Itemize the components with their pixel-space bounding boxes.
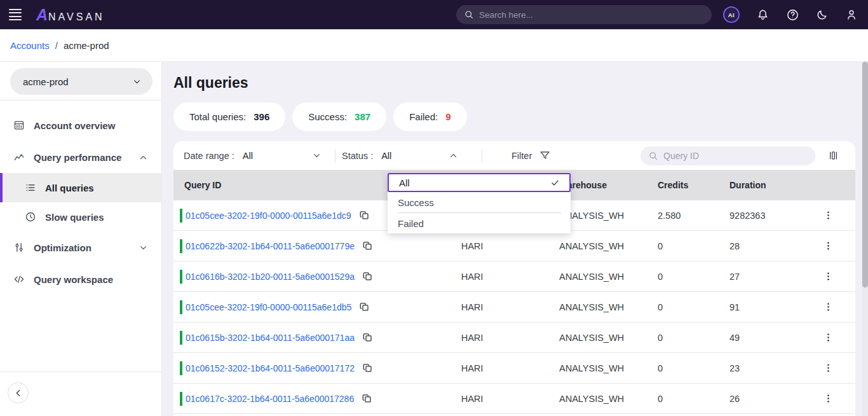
sidebar-item-slow-queries[interactable]: Slow queries xyxy=(0,202,161,232)
global-search-input[interactable] xyxy=(479,10,704,20)
query-id-search[interactable] xyxy=(641,146,815,165)
scrollbar-track[interactable] xyxy=(862,62,868,416)
credits-cell: 0 xyxy=(642,302,715,312)
status-option-label: All xyxy=(399,177,410,188)
chevron-up-icon xyxy=(138,152,149,163)
query-id-search-input[interactable] xyxy=(663,151,808,161)
help-icon[interactable] xyxy=(786,8,799,22)
filter-divider xyxy=(335,149,336,162)
global-search[interactable] xyxy=(456,5,712,24)
ai-assistant-button[interactable]: AI xyxy=(723,6,740,23)
status-option-success[interactable]: Success xyxy=(388,192,571,212)
credits-cell: 0 xyxy=(642,333,715,343)
query-id-link[interactable]: 01c0617c-3202-1b64-0011-5a6e00017286 xyxy=(186,394,354,404)
logo-mark: A xyxy=(36,7,48,23)
profile-icon[interactable] xyxy=(845,8,858,21)
column-settings-icon[interactable] xyxy=(828,150,839,161)
credits-cell: 0 xyxy=(642,241,715,251)
chevron-down-icon xyxy=(311,150,322,161)
copy-icon[interactable] xyxy=(359,210,370,221)
status-filter[interactable]: Status : All xyxy=(342,150,459,161)
sidebar-item-query-workspace[interactable]: Query workspace xyxy=(0,263,161,295)
sidebar-item-all-queries[interactable]: All queries xyxy=(0,173,161,202)
dark-mode-icon[interactable] xyxy=(816,8,829,21)
copy-icon[interactable] xyxy=(359,302,370,312)
stat-label: Failed: xyxy=(409,111,438,122)
status-option-label: Success xyxy=(398,197,434,208)
query-id-link[interactable]: 01c0615b-3202-1b64-0011-5a6e000171aa xyxy=(186,333,355,343)
kebab-menu-icon[interactable] xyxy=(820,299,836,315)
stat-value: 9 xyxy=(445,111,451,122)
status-success-bar xyxy=(180,392,182,406)
status-option-failed[interactable]: Failed xyxy=(388,213,571,233)
table-row: 01c06152-3202-1b64-0011-5a6e00017172HARI… xyxy=(173,353,855,384)
status-option-label: Failed xyxy=(398,218,424,229)
query-id-cell: 01c06152-3202-1b64-0011-5a6e00017172 xyxy=(173,361,402,375)
notifications-icon[interactable] xyxy=(756,8,770,22)
app-root: A NAVSAN AI Accounts / acme-prod acme-pr… xyxy=(0,0,868,416)
query-id-cell: 01c05cee-3202-19f0-0000-00115a6e1db5 xyxy=(173,300,402,314)
topbar-icons: AI xyxy=(723,0,858,29)
list-icon xyxy=(25,182,36,193)
date-range-value: All xyxy=(243,151,253,161)
breadcrumb-separator: / xyxy=(55,40,58,51)
stat-label: Success: xyxy=(308,111,347,122)
filter-button[interactable]: Filter xyxy=(512,149,551,162)
status-success-bar xyxy=(180,300,182,314)
status-value: All xyxy=(381,151,391,161)
date-range-label: Date range : xyxy=(184,151,234,161)
query-id-link[interactable]: 01c06152-3202-1b64-0011-5a6e00017172 xyxy=(186,363,355,373)
stats-row: Total queries:396Success:387Failed:9 xyxy=(173,102,868,131)
sidebar-collapse-button[interactable] xyxy=(8,382,29,403)
sidebar-divider xyxy=(0,100,161,101)
date-range-filter[interactable]: Date range : All xyxy=(184,150,322,161)
kebab-menu-icon[interactable] xyxy=(820,207,836,223)
sidebar-item-account-overview[interactable]: Account overview xyxy=(0,109,161,141)
status-success-bar xyxy=(180,209,182,223)
user-cell: HARI xyxy=(402,302,542,312)
copy-icon[interactable] xyxy=(362,271,373,282)
actions-cell xyxy=(801,360,855,376)
status-success-bar xyxy=(180,270,182,284)
query-id-link[interactable]: 01c05cee-3202-19f0-0000-00115a6e1dc9 xyxy=(186,211,351,221)
copy-icon[interactable] xyxy=(362,332,373,343)
main-content: All queries Total queries:396Success:387… xyxy=(162,62,868,416)
sidebar-item-query-performance[interactable]: Query performance xyxy=(0,141,161,173)
chevron-down-icon xyxy=(138,242,149,253)
filter-label: Filter xyxy=(512,151,532,161)
table-row: 01c0617c-3202-1b64-0011-5a6e00017286HARI… xyxy=(173,384,855,414)
copy-icon[interactable] xyxy=(362,240,373,251)
breadcrumb: Accounts / acme-prod xyxy=(0,29,868,62)
kebab-menu-icon[interactable] xyxy=(820,391,836,406)
account-selector[interactable]: acme-prod xyxy=(10,68,153,95)
copy-icon[interactable] xyxy=(362,393,372,404)
stat-value: 396 xyxy=(254,111,269,122)
query-id-link[interactable]: 01c0622b-3202-1b64-0011-5a6e0001779e xyxy=(186,241,355,251)
sidebar-item-label: Optimization xyxy=(34,242,92,253)
kebab-menu-icon[interactable] xyxy=(820,360,836,376)
breadcrumb-accounts-link[interactable]: Accounts xyxy=(10,40,50,51)
queries-card: Date range : All Status : All Filter xyxy=(173,141,855,416)
query-id-cell: 01c0615b-3202-1b64-0011-5a6e000171aa xyxy=(173,331,402,345)
scrollbar-thumb[interactable] xyxy=(862,62,868,288)
query-id-link[interactable]: 01c0616b-3202-1b20-0011-5a6e0001529a xyxy=(186,272,355,282)
query-id-link[interactable]: 01c05cee-3202-19f0-0000-00115a6e1db5 xyxy=(186,302,351,312)
sidebar-item-label: Account overview xyxy=(34,120,115,131)
topbar: A NAVSAN AI xyxy=(0,0,868,29)
copy-icon[interactable] xyxy=(362,363,373,373)
stat-value: 387 xyxy=(355,111,370,122)
sidebar-item-optimization[interactable]: Optimization xyxy=(0,232,161,263)
user-cell: HARI xyxy=(402,272,542,282)
actions-cell xyxy=(801,329,855,345)
actions-cell xyxy=(801,391,855,406)
actions-cell xyxy=(801,299,855,315)
duration-cell: 28 xyxy=(715,241,801,251)
stat-chip-total-queries-: Total queries:396 xyxy=(173,102,285,131)
kebab-menu-icon[interactable] xyxy=(820,238,836,254)
brand-logo[interactable]: A NAVSAN xyxy=(36,7,105,23)
kebab-menu-icon[interactable] xyxy=(820,329,836,345)
menu-icon[interactable] xyxy=(9,9,23,20)
sidebar-item-label: Query performance xyxy=(34,152,121,163)
kebab-menu-icon[interactable] xyxy=(820,268,836,284)
status-option-all[interactable]: All xyxy=(388,173,571,192)
